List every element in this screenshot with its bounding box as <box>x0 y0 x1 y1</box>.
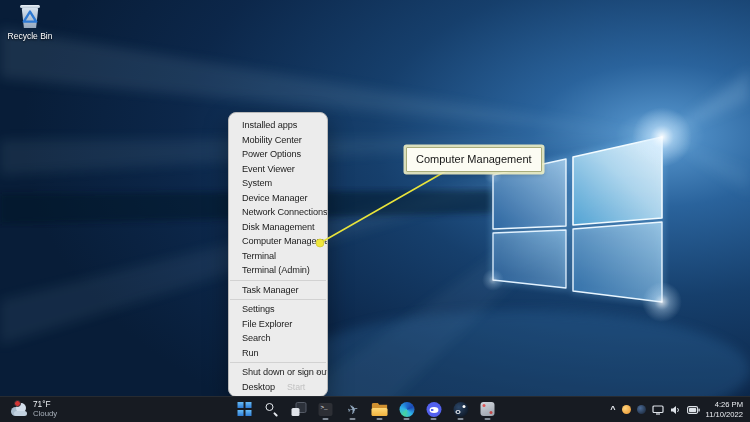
menu-item-label: Power Options <box>242 149 301 159</box>
network-display-icon[interactable] <box>652 405 664 415</box>
windows-desktop: Recycle Bin Installed appsMobility Cente… <box>0 0 750 422</box>
menu-item-installed-apps[interactable]: Installed apps <box>229 118 327 133</box>
menu-item-network-connections[interactable]: Network Connections <box>229 205 327 220</box>
menu-item-file-explorer[interactable]: File Explorer <box>229 317 327 332</box>
menu-item-power-options[interactable]: Power Options <box>229 147 327 162</box>
menu-item-label: System <box>242 178 272 188</box>
menu-item-event-viewer[interactable]: Event Viewer <box>229 162 327 177</box>
menu-item-device-manager[interactable]: Device Manager <box>229 191 327 206</box>
volume-icon[interactable] <box>670 405 681 415</box>
recycle-bin-label: Recycle Bin <box>7 31 53 41</box>
menu-item-label: Mobility Center <box>242 135 302 145</box>
task-view-icon <box>291 402 306 416</box>
menu-item-label: Terminal (Admin) <box>242 265 310 275</box>
tray-app-orange-icon[interactable] <box>622 405 631 414</box>
menu-item-label: Device Manager <box>242 193 308 203</box>
clock-date: 11/10/2022 <box>706 410 743 420</box>
menu-item-label: Task Manager <box>242 285 299 295</box>
game-app-button[interactable] <box>478 397 498 421</box>
recycle-bin-icon <box>19 5 41 29</box>
file-explorer-icon <box>372 403 388 416</box>
search-button[interactable] <box>262 397 282 421</box>
menu-item-label: Search <box>242 333 271 343</box>
menu-item-terminal-admin[interactable]: Terminal (Admin) <box>229 263 327 278</box>
start-watermark: Start <box>287 382 305 392</box>
menu-item-settings[interactable]: Settings <box>229 302 327 317</box>
file-explorer-button[interactable] <box>370 397 390 421</box>
menu-item-run[interactable]: Run <box>229 346 327 361</box>
menu-item-label: Run <box>242 348 259 358</box>
menu-separator <box>230 362 326 363</box>
terminal-icon <box>319 403 333 416</box>
tray-steam-icon[interactable] <box>637 405 646 414</box>
recycle-bin[interactable]: Recycle Bin <box>7 5 53 41</box>
taskbar: 71°F Cloudy ✈ ^ <box>0 396 750 422</box>
hidden-icons-chevron-icon[interactable]: ^ <box>610 405 615 414</box>
weather-alert-badge <box>14 400 21 407</box>
menu-item-label: Installed apps <box>242 120 297 130</box>
windows-logo-icon <box>238 402 252 416</box>
discord-button[interactable] <box>424 397 444 421</box>
start-button[interactable] <box>235 397 255 421</box>
menu-item-computer-management[interactable]: Computer Management <box>229 234 327 249</box>
edge-button[interactable] <box>397 397 417 421</box>
menu-item-label: Desktop <box>242 382 275 392</box>
taskbar-center-icons: ✈ <box>235 396 498 422</box>
menu-item-label: Disk Management <box>242 222 315 232</box>
menu-item-label: Event Viewer <box>242 164 295 174</box>
desktop-wallpaper <box>0 0 750 422</box>
menu-item-search[interactable]: Search <box>229 331 327 346</box>
edge-icon <box>399 402 414 417</box>
jet-app-icon: ✈ <box>346 401 360 416</box>
context-menu: Installed appsMobility CenterPower Optio… <box>228 112 328 397</box>
menu-item-system[interactable]: System <box>229 176 327 191</box>
menu-item-mobility-center[interactable]: Mobility Center <box>229 133 327 148</box>
menu-separator <box>230 280 326 281</box>
callout-label: Computer Management <box>406 147 542 172</box>
clock-time: 4:26 PM <box>706 400 743 410</box>
game-app-icon <box>481 402 495 416</box>
steam-button[interactable] <box>451 397 471 421</box>
clock[interactable]: 4:26 PM 11/10/2022 <box>706 400 743 420</box>
menu-item-label: Computer Management <box>242 236 328 246</box>
menu-item-task-manager[interactable]: Task Manager <box>229 283 327 298</box>
discord-icon <box>426 402 441 417</box>
search-icon <box>265 402 279 416</box>
menu-item-label: Network Connections <box>242 207 327 217</box>
menu-item-label: Terminal <box>242 251 276 261</box>
weather-cloud-icon <box>11 403 28 416</box>
system-tray: ^ 4:26 PM 11/10/2022 <box>610 397 747 422</box>
weather-widget[interactable]: 71°F Cloudy <box>4 397 64 422</box>
menu-item-label: File Explorer <box>242 319 292 329</box>
weather-condition: Cloudy <box>33 410 57 419</box>
submenu-chevron-icon: › <box>316 365 319 380</box>
jet-app-button[interactable]: ✈ <box>343 397 363 421</box>
menu-item-label: Settings <box>242 304 274 314</box>
menu-item-shut-down-or-sign-out[interactable]: Shut down or sign out› <box>229 365 327 380</box>
task-view-button[interactable] <box>289 397 309 421</box>
terminal-button[interactable] <box>316 397 336 421</box>
menu-separator <box>230 299 326 300</box>
battery-icon[interactable] <box>687 406 700 414</box>
steam-icon <box>453 402 468 417</box>
menu-item-label: Shut down or sign out <box>242 367 328 377</box>
menu-item-terminal[interactable]: Terminal <box>229 249 327 264</box>
menu-item-disk-management[interactable]: Disk Management <box>229 220 327 235</box>
menu-item-desktop[interactable]: DesktopStart <box>229 380 327 395</box>
